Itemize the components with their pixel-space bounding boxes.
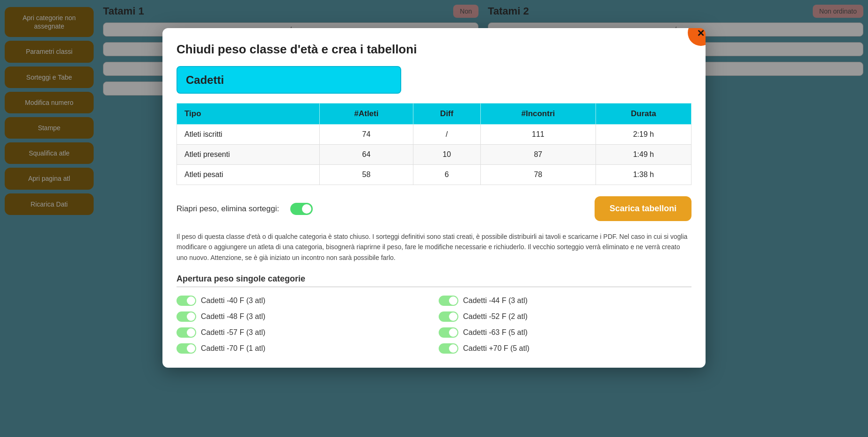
scarica-tabelloni-button[interactable]: Scarica tabelloni bbox=[595, 196, 691, 221]
cell-tipo: Atleti iscritti bbox=[177, 125, 320, 145]
apertura-title: Apertura peso singole categorie bbox=[177, 274, 691, 284]
section-divider bbox=[177, 287, 691, 287]
cell-atleti: 74 bbox=[320, 125, 413, 145]
cat-toggle-7[interactable] bbox=[439, 343, 458, 354]
cell-durata: 1:38 h bbox=[596, 165, 691, 185]
col-durata: Durata bbox=[596, 104, 691, 125]
col-diff: Diff bbox=[413, 104, 480, 125]
cat-toggle-5[interactable] bbox=[439, 327, 458, 338]
cat-toggle-0[interactable] bbox=[177, 296, 196, 306]
cell-atleti: 58 bbox=[320, 165, 413, 185]
category-select[interactable]: Cadetti Juniores Seniores bbox=[177, 66, 401, 94]
cat-toggle-1[interactable] bbox=[439, 296, 458, 306]
categories-grid: Cadetti -40 F (3 atl) Cadetti -44 F (3 a… bbox=[177, 296, 691, 354]
cell-diff: 6 bbox=[413, 165, 480, 185]
category-item: Cadetti -52 F (2 atl) bbox=[439, 311, 691, 322]
cat-label-3: Cadetti -52 F (2 atl) bbox=[463, 312, 528, 321]
col-atleti: #Atleti bbox=[320, 104, 413, 125]
category-item: Cadetti -57 F (3 atl) bbox=[177, 327, 429, 338]
cell-incontri: 111 bbox=[480, 125, 596, 145]
cat-toggle-2[interactable] bbox=[177, 311, 196, 322]
cell-incontri: 78 bbox=[480, 165, 596, 185]
cell-incontri: 87 bbox=[480, 145, 596, 165]
cat-label-0: Cadetti -40 F (3 atl) bbox=[201, 296, 265, 305]
cat-label-2: Cadetti -48 F (3 atl) bbox=[201, 312, 265, 321]
table-row: Atleti iscritti 74 / 111 2:19 h bbox=[177, 125, 691, 145]
cat-label-6: Cadetti -70 F (1 atl) bbox=[201, 344, 265, 353]
toggle-label: Riapri peso, elimina sorteggi: bbox=[177, 204, 279, 214]
description-text: Il peso di questa classe d'età o di qual… bbox=[177, 231, 691, 263]
category-item: Cadetti -44 F (3 atl) bbox=[439, 296, 691, 306]
modal: × Chiudi peso classe d'età e crea i tabe… bbox=[162, 28, 706, 368]
category-item: Cadetti -40 F (3 atl) bbox=[177, 296, 429, 306]
cat-toggle-3[interactable] bbox=[439, 311, 458, 322]
cell-durata: 1:49 h bbox=[596, 145, 691, 165]
modal-overlay: × Chiudi peso classe d'età e crea i tabe… bbox=[0, 0, 868, 437]
cat-label-5: Cadetti -63 F (5 atl) bbox=[463, 328, 528, 337]
cell-diff: 10 bbox=[413, 145, 480, 165]
cell-diff: / bbox=[413, 125, 480, 145]
cat-toggle-4[interactable] bbox=[177, 327, 196, 338]
cat-label-7: Cadetti +70 F (5 atl) bbox=[463, 344, 530, 353]
cat-label-4: Cadetti -57 F (3 atl) bbox=[201, 328, 265, 337]
category-item: Cadetti +70 F (5 atl) bbox=[439, 343, 691, 354]
category-item: Cadetti -63 F (5 atl) bbox=[439, 327, 691, 338]
category-item: Cadetti -48 F (3 atl) bbox=[177, 311, 429, 322]
col-incontri: #Incontri bbox=[480, 104, 596, 125]
cell-atleti: 64 bbox=[320, 145, 413, 165]
toggle-switch[interactable] bbox=[290, 203, 313, 215]
col-tipo: Tipo bbox=[177, 104, 320, 125]
modal-title: Chiudi peso classe d'età e crea i tabell… bbox=[177, 42, 691, 57]
toggle-row: Riapri peso, elimina sorteggi: Scarica t… bbox=[177, 196, 691, 221]
table-row: Atleti pesati 58 6 78 1:38 h bbox=[177, 165, 691, 185]
cell-tipo: Atleti presenti bbox=[177, 145, 320, 165]
stats-table: Tipo #Atleti Diff #Incontri Durata Atlet… bbox=[177, 103, 691, 185]
cat-toggle-6[interactable] bbox=[177, 343, 196, 354]
cat-label-1: Cadetti -44 F (3 atl) bbox=[463, 296, 528, 305]
table-row: Atleti presenti 64 10 87 1:49 h bbox=[177, 145, 691, 165]
cell-durata: 2:19 h bbox=[596, 125, 691, 145]
category-item: Cadetti -70 F (1 atl) bbox=[177, 343, 429, 354]
cell-tipo: Atleti pesati bbox=[177, 165, 320, 185]
